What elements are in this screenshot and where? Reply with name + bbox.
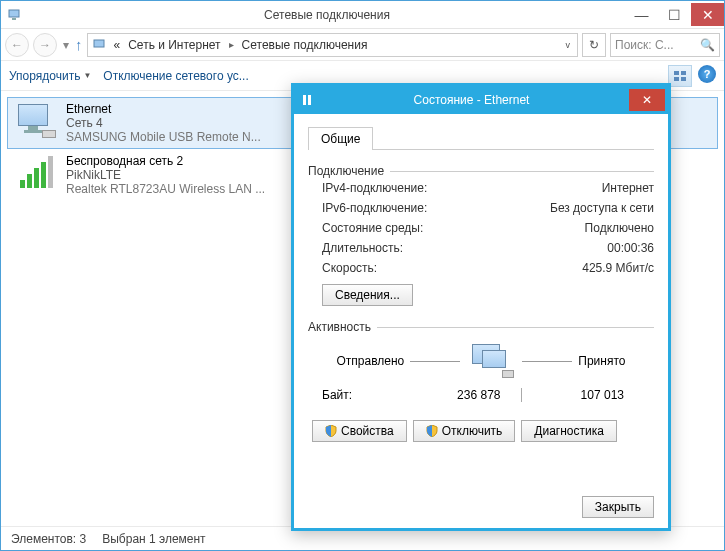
svg-rect-5: [674, 77, 679, 81]
nav-row: ← → ▾ ↑ « Сеть и Интернет ▸ Сетевые подк…: [1, 29, 724, 61]
selection-info: Выбран 1 элемент: [102, 532, 205, 546]
svg-rect-6: [681, 77, 686, 81]
up-button[interactable]: ↑: [75, 36, 83, 53]
section-activity-label: Активность: [308, 320, 371, 334]
search-input[interactable]: Поиск: С... 🔍: [610, 33, 720, 57]
properties-button[interactable]: Свойства: [312, 420, 407, 442]
refresh-button[interactable]: ↻: [582, 33, 606, 57]
bytes-label: Байт:: [322, 388, 402, 402]
chevron-down-icon: ▼: [83, 71, 91, 80]
item-title: Ethernet: [66, 102, 261, 116]
svg-rect-7: [303, 95, 306, 105]
media-state-label: Состояние среды:: [322, 221, 423, 235]
breadcrumb-prefix: «: [112, 38, 123, 52]
main-titlebar: Сетевые подключения — ☐ ✕: [1, 1, 724, 29]
dialog-titlebar[interactable]: Состояние - Ethernet ✕: [294, 86, 668, 114]
media-state-value: Подключено: [585, 221, 654, 235]
minimize-button[interactable]: —: [625, 3, 658, 26]
status-dialog: Состояние - Ethernet ✕ Общие Подключение…: [291, 83, 671, 531]
ipv4-label: IPv4-подключение:: [322, 181, 427, 195]
folder-icon: [92, 37, 108, 53]
diagnose-button[interactable]: Диагностика: [521, 420, 617, 442]
breadcrumb-segment-1[interactable]: Сеть и Интернет: [126, 38, 222, 52]
view-options-button[interactable]: [668, 65, 692, 87]
network-connections-icon: [7, 7, 23, 23]
ipv6-label: IPv6-подключение:: [322, 201, 427, 215]
details-button[interactable]: Сведения...: [322, 284, 413, 306]
bytes-received-value: 107 013: [526, 388, 641, 402]
duration-value: 00:00:36: [607, 241, 654, 255]
address-dropdown-icon[interactable]: v: [563, 40, 574, 50]
item-subtitle: Сеть 4: [66, 116, 261, 130]
activity-icon: [466, 342, 516, 380]
breadcrumb-segment-2[interactable]: Сетевые подключения: [240, 38, 370, 52]
ipv4-value: Интернет: [602, 181, 654, 195]
close-dialog-button[interactable]: Закрыть: [582, 496, 654, 518]
shield-icon: [325, 425, 337, 437]
close-button[interactable]: ✕: [691, 3, 724, 26]
item-count: Элементов: 3: [11, 532, 86, 546]
help-button[interactable]: ?: [698, 65, 716, 83]
address-bar[interactable]: « Сеть и Интернет ▸ Сетевые подключения …: [87, 33, 579, 57]
speed-value: 425.9 Мбит/с: [582, 261, 654, 275]
svg-rect-4: [681, 71, 686, 75]
svg-rect-3: [674, 71, 679, 75]
search-icon: 🔍: [700, 38, 715, 52]
section-connection-label: Подключение: [308, 164, 384, 178]
dialog-close-button[interactable]: ✕: [629, 89, 665, 111]
organize-menu[interactable]: Упорядочить ▼: [9, 69, 91, 83]
wifi-icon: [14, 154, 58, 194]
item-title: Беспроводная сеть 2: [66, 154, 265, 168]
duration-label: Длительность:: [322, 241, 403, 255]
disable-device-link[interactable]: Отключение сетевого ус...: [103, 69, 248, 83]
sent-label: Отправлено: [337, 354, 405, 368]
bytes-sent-value: 236 878: [402, 388, 517, 402]
received-label: Принято: [578, 354, 625, 368]
tab-general[interactable]: Общие: [308, 127, 373, 150]
item-device: Realtek RTL8723AU Wireless LAN ...: [66, 182, 265, 196]
disable-button[interactable]: Отключить: [413, 420, 516, 442]
chevron-right-icon[interactable]: ▸: [227, 39, 236, 50]
back-button[interactable]: ←: [5, 33, 29, 57]
recent-locations-chevron[interactable]: ▾: [61, 38, 71, 52]
svg-rect-2: [94, 40, 104, 47]
search-placeholder: Поиск: С...: [615, 38, 674, 52]
item-subtitle: PikNikLTE: [66, 168, 265, 182]
ipv6-value: Без доступа к сети: [550, 201, 654, 215]
maximize-button[interactable]: ☐: [658, 3, 691, 26]
forward-button[interactable]: →: [33, 33, 57, 57]
dialog-title: Состояние - Ethernet: [314, 93, 629, 107]
speed-label: Скорость:: [322, 261, 377, 275]
svg-rect-1: [12, 18, 16, 20]
adapter-icon: [300, 93, 314, 107]
svg-rect-8: [308, 95, 311, 105]
item-device: SAMSUNG Mobile USB Remote N...: [66, 130, 261, 144]
ethernet-icon: [14, 102, 58, 142]
shield-icon: [426, 425, 438, 437]
window-title: Сетевые подключения: [29, 8, 625, 22]
svg-rect-0: [9, 10, 19, 17]
